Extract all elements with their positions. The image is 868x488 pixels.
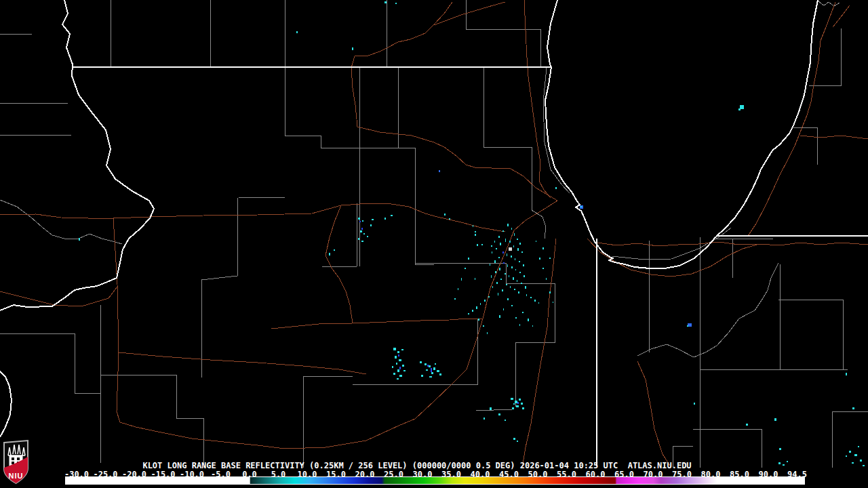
radar-echo: [372, 219, 374, 220]
radar-echo: [397, 351, 399, 353]
radar-echo: [476, 306, 477, 309]
radar-echo: [774, 418, 776, 421]
radar-echo: [473, 225, 473, 227]
radar-echo: [511, 305, 513, 306]
radar-echo: [393, 348, 396, 350]
radar-echo: [483, 325, 484, 327]
radar-echo: [496, 248, 497, 249]
radar-echo: [359, 221, 361, 222]
radar-echo: [393, 373, 395, 375]
radar-echo: [399, 367, 401, 369]
radar-echo: [509, 241, 511, 243]
radar-echo: [79, 238, 80, 241]
radar-echo: [498, 293, 498, 296]
lakefront-county-line: [612, 228, 731, 260]
radar-echo: [852, 407, 854, 409]
radar-echo: [468, 313, 469, 314]
niu-logo: NIU: [0, 436, 34, 488]
radar-echo: [502, 251, 504, 253]
radar-echo: [499, 315, 500, 318]
county-line: [832, 411, 868, 468]
radar-echo: [399, 359, 401, 361]
radar-echo: [465, 268, 466, 269]
radar-echo: [516, 405, 519, 407]
radar-echo: [555, 187, 557, 189]
radar-echo: [854, 454, 857, 456]
radar-echo: [402, 365, 404, 367]
radar-echo: [549, 258, 551, 259]
radar-echo: [846, 373, 847, 375]
radar-echo: [495, 271, 496, 273]
radar-echo: [513, 438, 515, 440]
radar-echo: [492, 286, 493, 288]
radar-echo: [510, 286, 511, 288]
radar-echo: [536, 241, 536, 242]
radar-echo: [514, 233, 515, 236]
highway: [800, 136, 868, 139]
radar-echo: [395, 3, 397, 4]
radar-echo: [521, 283, 522, 284]
radar-echo: [517, 441, 518, 442]
radar-echo: [503, 308, 504, 310]
county-line: [0, 333, 100, 394]
radar-echo: [538, 302, 539, 304]
mississippi-river-south: [0, 371, 12, 437]
radar-echo: [395, 356, 397, 359]
county-line: [353, 319, 477, 384]
radar-echo: [517, 402, 519, 404]
radar-echo: [480, 303, 481, 305]
lake-michigan-east-shore: [716, 0, 818, 237]
radar-echo: [361, 228, 363, 230]
radar-echo: [523, 264, 524, 266]
radar-echo: [519, 243, 521, 245]
radar-echo: [426, 369, 428, 371]
radar-echo: [519, 272, 521, 273]
radar-echo: [433, 367, 435, 370]
radar-echo: [505, 420, 506, 421]
radar-echo: [778, 462, 781, 464]
highway: [522, 239, 556, 468]
county-line: [809, 28, 841, 85]
radar-map-canvas[interactable]: [0, 0, 868, 488]
radar-echo: [370, 224, 372, 226]
radar-echo: [519, 261, 520, 262]
radar-echo: [491, 275, 492, 278]
radar-echo: [580, 206, 582, 207]
radar-echo: [484, 418, 485, 420]
radar-echo: [392, 366, 393, 368]
radar-echo: [521, 251, 523, 253]
shore-zigzag: [818, 1, 840, 6]
highway: [271, 319, 483, 329]
radar-echo: [360, 230, 362, 232]
radar-site-marker: [509, 247, 512, 251]
radar-echo: [429, 365, 431, 367]
radar-echo: [397, 378, 399, 380]
radar-echo: [507, 253, 507, 256]
radar-echo: [521, 403, 523, 405]
radar-echo: [488, 296, 490, 298]
radar-echo: [437, 370, 439, 372]
radar-echo: [522, 312, 524, 313]
radar-echo: [498, 257, 500, 258]
radar-echo: [542, 268, 544, 269]
radar-echo: [509, 275, 509, 277]
rock-river: [0, 200, 122, 244]
radar-echo: [511, 228, 512, 230]
radar-echo: [444, 214, 446, 216]
mississippi-river: [0, 0, 154, 310]
radar-echo: [361, 241, 363, 242]
county-line: [693, 429, 762, 468]
highway: [357, 127, 557, 201]
radar-echo: [468, 258, 469, 260]
radar-echo: [454, 298, 456, 300]
radar-echo: [519, 399, 521, 401]
radar-echo: [515, 258, 515, 260]
radar-echo: [329, 253, 330, 256]
radar-echo: [458, 288, 458, 290]
radar-echo: [403, 370, 406, 371]
radar-echo: [519, 324, 520, 326]
radar-echo: [484, 300, 486, 302]
radar-echo: [429, 376, 432, 378]
radar-echo: [505, 239, 506, 242]
radar-echo: [500, 279, 502, 280]
